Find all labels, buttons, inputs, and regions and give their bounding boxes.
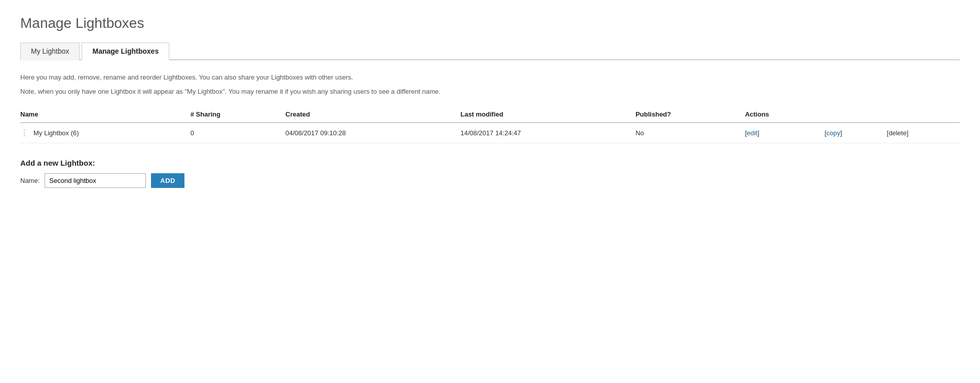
cell-published: No [635,123,745,143]
col-header-published: Published? [635,106,745,123]
add-lightbox-section: Add a new Lightbox: Name: ADD [20,159,960,188]
tab-bar: My Lightbox Manage Lightboxes [20,42,960,60]
col-header-name: Name [20,106,191,123]
copy-link[interactable]: copy [826,129,840,137]
lightboxes-table: Name # Sharing Created Last modified Pub… [20,106,960,143]
lightbox-name: My Lightbox (6) [33,129,79,137]
cell-last-modified: 14/08/2017 14:24:47 [461,123,635,143]
col-header-sharing: # Sharing [191,106,285,123]
cell-sharing: 0 [191,123,285,143]
tab-manage-lightboxes[interactable]: Manage Lightboxes [82,43,169,60]
page-title: Manage Lightboxes [20,15,960,31]
tab-my-lightbox[interactable]: My Lightbox [20,43,80,60]
delete-link[interactable]: delete [889,129,907,137]
description-1: Here you may add, remove, rename and reo… [20,72,960,83]
add-form: Name: ADD [20,173,960,188]
cell-action-copy: [copy] [824,123,887,143]
col-header-created: Created [285,106,460,123]
table-row: ⋮ My Lightbox (6) 0 04/08/2017 09:10:28 … [20,123,960,143]
cell-name: ⋮ My Lightbox (6) [20,123,191,143]
add-name-input[interactable] [45,173,146,188]
col-header-last-modified: Last modified [461,106,635,123]
cell-action-edit: [edit] [745,123,824,143]
drag-handle-icon[interactable]: ⋮ [20,128,31,138]
add-name-label: Name: [20,177,40,184]
col-header-actions: Actions [745,106,824,123]
cell-action-delete: [delete] [887,123,960,143]
col-header-extra-1 [824,106,887,123]
add-button[interactable]: ADD [151,173,184,188]
cell-created: 04/08/2017 09:10:28 [285,123,460,143]
col-header-extra-2 [887,106,960,123]
description-2: Note, when you only have one Lightbox it… [20,87,960,97]
edit-link[interactable]: edit [747,129,758,137]
add-section-title: Add a new Lightbox: [20,159,960,167]
